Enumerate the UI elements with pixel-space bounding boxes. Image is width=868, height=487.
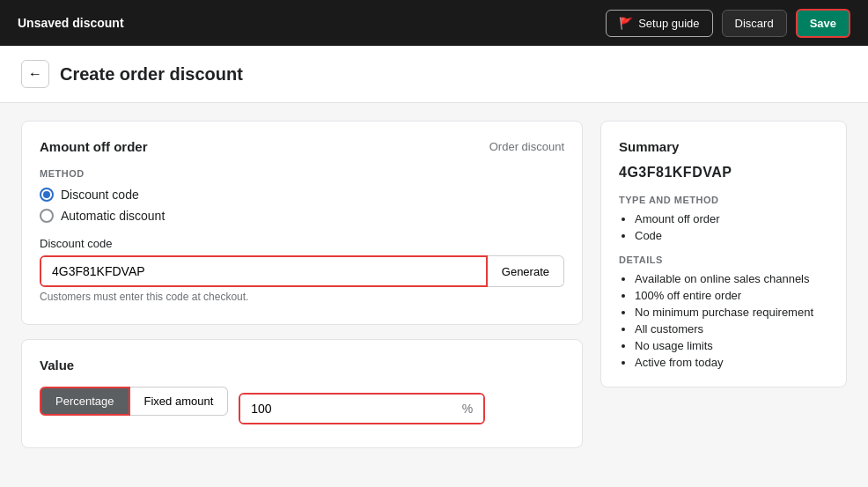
discount-code-input-row: Generate bbox=[40, 255, 564, 287]
discount-code-option[interactable]: Discount code bbox=[40, 188, 564, 202]
main-content: Amount off order Order discount METHOD D… bbox=[0, 103, 868, 466]
left-panel: Amount off order Order discount METHOD D… bbox=[21, 121, 583, 448]
method-label: METHOD bbox=[40, 168, 564, 179]
detail-item-5: No usage limits bbox=[635, 339, 828, 352]
setup-guide-button[interactable]: 🚩 Setup guide bbox=[606, 10, 712, 37]
detail-item-3: No minimum purchase requirement bbox=[635, 306, 828, 319]
topbar-actions: 🚩 Setup guide Discard Save bbox=[606, 9, 850, 38]
value-card-title: Value bbox=[40, 358, 564, 373]
card-header: Amount off order Order discount bbox=[40, 139, 564, 154]
flag-icon: 🚩 bbox=[619, 17, 633, 30]
page-header: ← Create order discount bbox=[0, 46, 868, 103]
discount-code-field-group: Discount code Generate Customers must en… bbox=[40, 237, 564, 303]
percent-input[interactable] bbox=[240, 395, 452, 423]
automatic-discount-radio[interactable] bbox=[40, 209, 54, 223]
type-and-method-label: TYPE AND METHOD bbox=[619, 195, 828, 205]
discount-code-radio[interactable] bbox=[40, 188, 54, 202]
discount-code-label: Discount code bbox=[61, 188, 139, 202]
summary-type-item: Amount off order bbox=[635, 212, 828, 225]
type-and-method-list: Amount off order Code bbox=[619, 212, 828, 242]
percent-input-wrapper: % bbox=[239, 393, 485, 424]
back-button[interactable]: ← bbox=[21, 60, 49, 88]
details-label: DETAILS bbox=[619, 255, 828, 265]
fixed-amount-toggle[interactable]: Fixed amount bbox=[130, 387, 229, 416]
discount-code-hint: Customers must enter this code at checko… bbox=[40, 291, 564, 303]
detail-item-4: All customers bbox=[635, 322, 828, 336]
detail-item-2: 100% off entire order bbox=[635, 289, 828, 302]
card-badge: Order discount bbox=[489, 140, 564, 153]
summary-method-item: Code bbox=[635, 229, 828, 242]
amount-off-order-card: Amount off order Order discount METHOD D… bbox=[21, 121, 583, 325]
discount-code-input[interactable] bbox=[41, 257, 486, 285]
summary-card: Summary 4G3F81KFDVAP TYPE AND METHOD Amo… bbox=[600, 121, 847, 387]
save-button[interactable]: Save bbox=[796, 9, 850, 38]
discount-code-field-label: Discount code bbox=[40, 237, 564, 250]
detail-item-1: Available on online sales channels bbox=[635, 272, 828, 285]
detail-item-6: Active from today bbox=[635, 356, 828, 369]
percent-suffix: % bbox=[452, 395, 483, 423]
right-panel: Summary 4G3F81KFDVAP TYPE AND METHOD Amo… bbox=[600, 121, 847, 448]
page-title: Create order discount bbox=[60, 64, 243, 85]
value-card: Value Percentage Fixed amount % bbox=[21, 339, 583, 448]
automatic-discount-option[interactable]: Automatic discount bbox=[40, 209, 564, 223]
toggle-group: Percentage Fixed amount bbox=[40, 387, 228, 416]
value-controls: Percentage Fixed amount % bbox=[40, 387, 564, 430]
discard-button[interactable]: Discard bbox=[722, 10, 787, 37]
generate-button[interactable]: Generate bbox=[488, 255, 564, 287]
topbar: Unsaved discount 🚩 Setup guide Discard S… bbox=[0, 0, 868, 46]
code-input-wrapper bbox=[40, 255, 488, 287]
automatic-discount-label: Automatic discount bbox=[61, 209, 165, 223]
percentage-toggle[interactable]: Percentage bbox=[40, 387, 130, 416]
details-list: Available on online sales channels 100% … bbox=[619, 272, 828, 369]
topbar-title: Unsaved discount bbox=[18, 16, 124, 30]
card-title: Amount off order bbox=[40, 139, 147, 154]
summary-title: Summary bbox=[619, 139, 828, 154]
method-radio-group: Discount code Automatic discount bbox=[40, 188, 564, 223]
summary-code: 4G3F81KFDVAP bbox=[619, 165, 828, 181]
